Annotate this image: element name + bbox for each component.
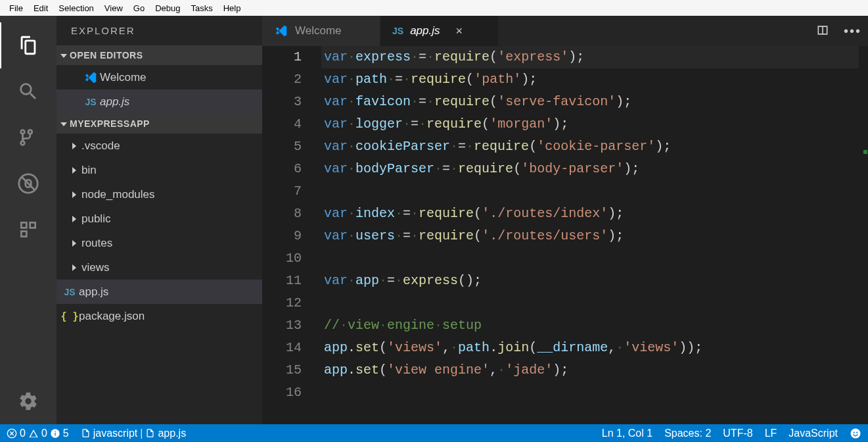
open-editors-label: OPEN EDITORS [70,50,143,61]
folder-public[interactable]: public [57,207,262,231]
status-eol[interactable]: LF [765,428,777,439]
status-indent[interactable]: Spaces: 2 [664,428,711,439]
open-editor-label: app.js [100,95,129,109]
folder-views[interactable]: views [57,255,262,280]
open-editors-header[interactable]: OPEN EDITORS [57,45,262,65]
svg-rect-6 [55,432,55,435]
project-tree: .vscode bin node_modules public routes v… [57,134,262,328]
activity-explorer[interactable] [0,22,57,68]
error-icon [7,428,17,439]
json-icon: { } [62,310,78,322]
svg-point-10 [856,431,857,433]
menu-selection[interactable]: Selection [53,2,99,14]
svg-rect-7 [55,431,55,431]
split-editor-icon[interactable] [816,24,829,39]
tab-appjs[interactable]: JS app.js × [380,16,499,46]
svg-point-9 [854,431,855,433]
search-icon [17,80,39,103]
warning-icon [28,428,39,439]
open-editor-label: Welcome [100,71,147,84]
status-bar: 0 0 5 javascript | app.js Ln 1, Col 1 Sp… [0,424,868,442]
js-icon: JS [392,26,403,36]
project-label: MYEXPRESSAPP [70,118,150,129]
file-packagejson[interactable]: { } package.json [57,304,262,328]
tab-bar: Welcome JS app.js × ••• [262,16,868,46]
menu-tasks[interactable]: Tasks [185,2,217,14]
activity-debug[interactable] [0,160,57,207]
menu-view[interactable]: View [99,2,128,14]
smile-icon [850,428,861,439]
menu-help[interactable]: Help [218,2,246,14]
close-icon[interactable]: × [456,24,463,38]
file-appjs[interactable]: JS app.js [57,280,262,304]
git-branch-icon [17,126,39,149]
js-icon: JS [62,287,78,297]
js-icon: JS [83,97,99,107]
status-cursor[interactable]: Ln 1, Col 1 [602,428,652,439]
file-icon [81,428,91,438]
sidebar-title: EXPLORER [57,16,262,45]
menu-debug[interactable]: Debug [150,2,185,14]
folder-bin[interactable]: bin [57,158,262,182]
menu-file[interactable]: File [4,2,28,14]
open-editor-welcome[interactable]: Welcome [57,65,262,89]
overview-ruler[interactable] [859,46,868,424]
code-area[interactable]: var·express·=·require('express');var·pat… [321,46,868,424]
folder-node-modules[interactable]: node_modules [57,182,262,207]
extensions-icon [18,219,39,240]
project-header[interactable]: MYEXPRESSAPP [57,114,262,134]
vscode-icon [83,70,99,85]
activity-settings[interactable] [0,378,57,424]
activity-search[interactable] [0,68,57,114]
sidebar: EXPLORER OPEN EDITORS Welcome JS app.js … [57,16,262,424]
tab-welcome[interactable]: Welcome [262,16,380,46]
tab-label: Welcome [295,24,342,37]
editor-area: Welcome JS app.js × ••• 1234567891011121… [262,16,868,424]
activity-extensions[interactable] [0,207,57,253]
open-editors-list: Welcome JS app.js [57,65,262,114]
activity-source-control[interactable] [0,114,57,160]
menu-go[interactable]: Go [128,2,150,14]
more-icon[interactable]: ••• [844,24,861,39]
line-gutter: 12345678910111213141516 [262,46,321,424]
info-icon [50,428,60,439]
folder-routes[interactable]: routes [57,231,262,255]
editor-content[interactable]: 12345678910111213141516 var·express·=·re… [262,46,868,424]
folder-vscode[interactable]: .vscode [57,134,262,158]
bug-disabled-icon [17,172,39,195]
menu-bar: File Edit Selection View Go Debug Tasks … [0,0,868,16]
gear-icon [18,391,39,412]
status-language[interactable]: JavaScript [788,428,838,439]
status-feedback[interactable] [850,428,861,439]
tab-label: app.js [410,24,440,37]
status-problems[interactable]: 0 0 5 [7,428,69,439]
open-editor-appjs[interactable]: JS app.js [57,89,262,114]
svg-point-8 [851,428,861,438]
vscode-icon [274,24,288,38]
file-icon [145,428,155,438]
activity-bar [0,16,57,424]
files-icon [17,34,39,57]
status-encoding[interactable]: UTF-8 [723,428,752,439]
menu-edit[interactable]: Edit [28,2,53,14]
status-language-info[interactable]: javascript | app.js [81,428,186,439]
